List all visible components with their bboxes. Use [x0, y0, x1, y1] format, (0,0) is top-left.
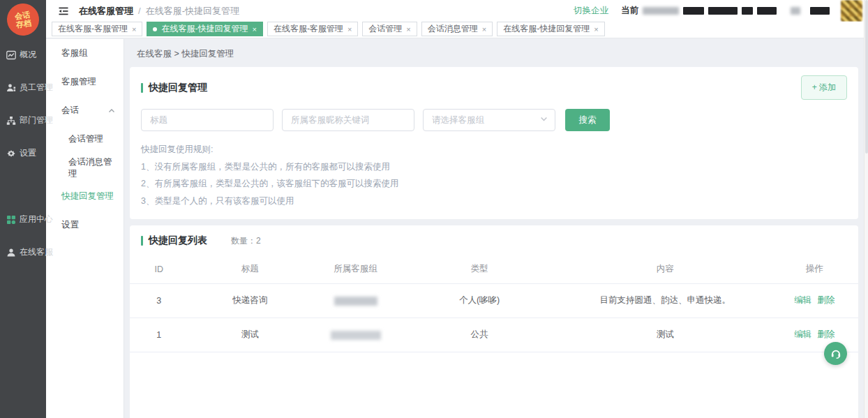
sidebar-item-employees[interactable]: 员工管理 [0, 71, 46, 104]
edit-link[interactable]: 编辑 [794, 295, 811, 305]
sidebar-item-label: 员工管理 [20, 82, 53, 94]
customer-service-fab[interactable] [824, 342, 847, 365]
sidebar-item-online-service[interactable]: 在线客服 [0, 236, 46, 269]
tab-session-message-mgmt[interactable]: 会话消息管理 × [421, 22, 493, 36]
logo-text-line2: 存档 [15, 18, 31, 29]
submenu-item-quick-reply-mgmt[interactable]: 快捷回复管理 [46, 182, 124, 211]
tab-close-icon[interactable]: × [482, 25, 486, 33]
edit-link[interactable]: 编辑 [794, 329, 811, 339]
topbar-user-area: 切换企业 当前 [574, 0, 862, 22]
tab-close-icon[interactable]: × [406, 25, 410, 33]
sidebar-item-overview[interactable]: 概况 [0, 38, 46, 71]
count-label: 数量： [231, 236, 256, 246]
col-header-actions: 操作 [771, 255, 858, 283]
table-header-row: ID 标题 所属客服组 类型 内容 操作 [130, 255, 858, 283]
breadcrumb-separator: / [138, 6, 141, 16]
rule-line: 3、类型是个人的，只有该客服可以使用 [141, 193, 847, 210]
tab-quick-reply-mgmt-2[interactable]: 在线客服-快捷回复管理 × [497, 22, 604, 36]
tab-close-icon[interactable]: × [594, 25, 598, 33]
title-accent-bar [141, 83, 143, 93]
tab-close-icon[interactable]: × [132, 25, 136, 33]
tab-label: 会话消息管理 [428, 23, 478, 35]
top-bar: 在线客服管理 / 在线客服-快捷回复管理 切换企业 当前 [46, 0, 868, 22]
redacted-company-info [757, 7, 777, 15]
tab-label: 会话管理 [368, 23, 402, 35]
submenu-item-session-mgmt[interactable]: 会话管理 [46, 125, 124, 154]
rules-title: 快捷回复使用规则: [141, 141, 847, 158]
sidebar-item-label: 概况 [20, 49, 36, 61]
col-header-group: 所属客服组 [312, 255, 399, 283]
submenu-label: 设置 [61, 219, 79, 231]
quick-reply-manage-card: 快捷回复管理 + 添加 请选择客服组 搜索 快捷回复使用规则: 1、没有所属客服… [130, 67, 858, 219]
tab-close-icon[interactable]: × [252, 25, 256, 33]
submenu-item-agent-mgmt[interactable]: 客服管理 [46, 68, 124, 96]
col-header-type: 类型 [399, 255, 560, 283]
breadcrumb: 在线客服管理 / 在线客服-快捷回复管理 [79, 5, 239, 17]
cell-type: 公共 [399, 318, 560, 352]
breadcrumb-current: 在线客服-快捷回复管理 [146, 5, 239, 17]
submenu-item-agent-group[interactable]: 客服组 [46, 39, 124, 68]
redacted-group-value [334, 297, 377, 306]
table-row: 3 快递咨询 个人(哆哆) 目前支持圆通、韵达、申通快递。 编辑删除 [130, 283, 858, 318]
sidebar-item-label: 在线客服 [20, 246, 53, 258]
chevron-up-icon [108, 107, 115, 114]
tab-online-service-agent-mgmt-2[interactable]: 在线客服-客服管理 × [267, 22, 358, 36]
redacted-company-info [708, 7, 738, 15]
user-avatar[interactable] [841, 0, 862, 22]
sidebar-item-label: 部门管理 [20, 114, 53, 126]
col-header-title: 标题 [188, 255, 312, 283]
title-accent-bar [141, 236, 143, 246]
submenu-item-session-message-mgmt[interactable]: 会话消息管理 [46, 154, 124, 182]
chevron-down-icon [540, 115, 548, 125]
delete-link[interactable]: 删除 [817, 329, 835, 339]
search-button[interactable]: 搜索 [565, 109, 610, 131]
agent-group-select[interactable]: 请选择客服组 [423, 109, 555, 131]
overview-icon [6, 50, 16, 60]
active-tab-dot-icon [153, 27, 157, 31]
tab-quick-reply-mgmt-active[interactable]: 在线客服-快捷回复管理 × [147, 22, 262, 36]
scrollbar[interactable] [864, 0, 868, 418]
rule-line: 2、有所属客服组，类型是公共的，该客服组下的客服可以搜索使用 [141, 175, 847, 193]
card-title: 快捷回复管理 [149, 82, 207, 94]
switch-company-link[interactable]: 切换企业 [574, 5, 608, 17]
redacted-company-info [683, 7, 704, 15]
table-row: 1 测试 公共 测试 编辑删除 [130, 318, 858, 352]
submenu-item-settings[interactable]: 设置 [46, 211, 124, 239]
select-placeholder: 请选择客服组 [432, 114, 484, 126]
cell-title: 测试 [188, 318, 312, 352]
sidebar-spacer [0, 170, 46, 203]
sidebar-item-settings[interactable]: 设置 [0, 137, 46, 170]
redacted-company-info [791, 7, 800, 15]
sidebar-item-label: 设置 [20, 147, 36, 159]
delete-link[interactable]: 删除 [817, 295, 835, 305]
sidebar-item-app-center[interactable]: 应用中心 [0, 203, 46, 236]
tab-label: 在线客服-快捷回复管理 [503, 23, 590, 35]
submenu-label: 客服管理 [61, 76, 96, 88]
tab-online-service-agent-mgmt[interactable]: 在线客服-客服管理 × [52, 22, 142, 36]
cell-group [312, 318, 399, 352]
cell-type: 个人(哆哆) [399, 283, 560, 318]
sidebar-item-label: 应用中心 [20, 214, 53, 225]
online-service-icon [6, 248, 16, 257]
cell-group [312, 283, 399, 318]
gear-icon [6, 149, 16, 158]
nickname-keyword-input[interactable] [282, 109, 414, 131]
sidebar-item-departments[interactable]: 部门管理 [0, 104, 46, 137]
department-icon [6, 116, 16, 126]
menu-fold-icon[interactable] [58, 6, 69, 17]
submenu-item-session[interactable]: 会话 [46, 96, 124, 125]
add-button[interactable]: + 添加 [801, 75, 847, 100]
scrollbar-thumb[interactable] [865, 0, 868, 154]
breadcrumb-root[interactable]: 在线客服管理 [79, 5, 133, 17]
tab-session-mgmt[interactable]: 会话管理 × [362, 22, 417, 36]
app-logo[interactable]: 会话 存档 [5, 1, 41, 38]
tab-close-icon[interactable]: × [347, 25, 352, 33]
cell-title: 快递咨询 [188, 283, 312, 318]
title-input[interactable] [141, 109, 274, 131]
app-center-icon [6, 215, 16, 225]
page-breadcrumb: 在线客服 > 快捷回复管理 [130, 39, 858, 67]
card-title: 快捷回复列表 [149, 234, 207, 247]
primary-nav: 概况 员工管理 部门管理 设置 应用中心 [0, 38, 46, 269]
col-header-content: 内容 [560, 255, 771, 283]
cell-id: 3 [130, 283, 188, 318]
